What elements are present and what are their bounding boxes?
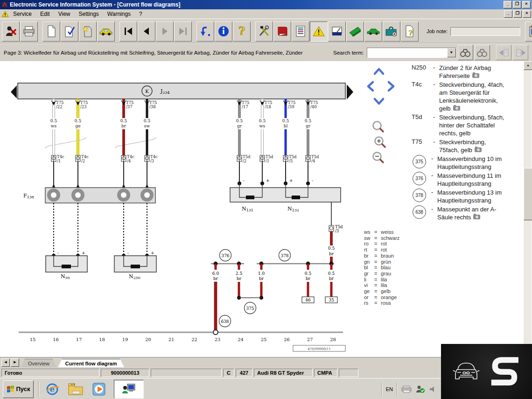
tray-volume-icon[interactable]: [429, 385, 436, 393]
legend-entry-t4c: T4c - Steckverbindung, 4fach, am Steuerg…: [412, 81, 523, 112]
info-button[interactable]: [215, 21, 232, 42]
tab-overview[interactable]: Overview: [21, 359, 57, 368]
component-list-button[interactable]: [292, 21, 309, 42]
menu-warnings[interactable]: Warnings: [103, 10, 135, 18]
status-empty: [151, 369, 222, 377]
print-button[interactable]: [20, 21, 38, 42]
document-star-button[interactable]: [79, 21, 97, 42]
pan-right-icon[interactable]: [389, 82, 393, 91]
terminal-box-46: 46: [305, 298, 311, 302]
camera-icon[interactable]: [473, 215, 480, 219]
menu-view[interactable]: View: [54, 10, 75, 18]
slipring-f138: F138: [23, 188, 155, 203]
camera-icon[interactable]: [472, 73, 479, 78]
wear-parts-button[interactable]: [346, 21, 364, 42]
tray-printer-icon[interactable]: [401, 385, 412, 393]
manual-button[interactable]: [273, 21, 291, 42]
last-page-icon: [178, 27, 188, 36]
first-page-button[interactable]: [119, 21, 137, 42]
toolbox-button[interactable]: [383, 21, 400, 42]
exit-button[interactable]: [2, 21, 20, 42]
close-button[interactable]: ×: [522, 1, 531, 8]
measurement-button[interactable]: [328, 21, 346, 42]
clipboard-button[interactable]: [525, 21, 532, 42]
tray-shield-icon[interactable]: [415, 385, 426, 393]
new-document-button[interactable]: [42, 21, 60, 42]
scrollbar-thumb[interactable]: [524, 168, 532, 220]
active-app-task-button[interactable]: [114, 380, 144, 399]
menu-help[interactable]: ?: [135, 10, 147, 18]
previous-page-button[interactable]: [138, 21, 155, 42]
search-button[interactable]: [458, 45, 473, 60]
internet-explorer-icon[interactable]: e: [44, 381, 61, 398]
bus-right-arrow-icon[interactable]: [347, 84, 353, 99]
scroll-up-icon[interactable]: ▲: [524, 61, 532, 70]
minimize-button[interactable]: _: [504, 1, 512, 8]
mdi-close-button[interactable]: ×: [523, 10, 531, 18]
pan-down-icon[interactable]: [375, 99, 383, 104]
zoom-fit-icon[interactable]: [373, 122, 384, 133]
camera-icon[interactable]: [475, 147, 482, 152]
maximize-button[interactable]: ❐: [513, 1, 521, 8]
svg-text:?: ?: [409, 29, 413, 37]
mdi-minimize-button[interactable]: _: [504, 10, 512, 18]
svg-text:19: 19: [122, 337, 128, 342]
language-indicator[interactable]: EN: [386, 386, 393, 392]
status-empty-2: [339, 369, 358, 377]
svg-text:2.5: 2.5: [236, 271, 243, 276]
combobox-dropdown-button[interactable]: ▼: [447, 48, 456, 57]
menu-settings[interactable]: Settings: [75, 10, 103, 18]
search-next-button[interactable]: [475, 45, 490, 60]
previous-result-button[interactable]: [496, 45, 511, 60]
next-result-button[interactable]: [513, 45, 528, 60]
pan-controls: [368, 69, 393, 104]
pan-up-icon[interactable]: [375, 69, 383, 74]
tab-scroll-left-icon[interactable]: ◀: [1, 358, 10, 367]
media-player-icon[interactable]: [91, 381, 107, 398]
help-button[interactable]: ?: [233, 21, 251, 42]
mdi-restore-button[interactable]: ❐: [513, 10, 522, 18]
next-page-button[interactable]: [156, 21, 174, 42]
job-note-input[interactable]: [450, 27, 520, 36]
search-input[interactable]: [367, 48, 447, 57]
svg-text:17: 17: [76, 337, 82, 342]
vehicle-button[interactable]: [97, 21, 115, 42]
file-explorer-icon[interactable]: [67, 381, 84, 398]
green-car-button[interactable]: [364, 21, 382, 42]
camera-icon[interactable]: [453, 106, 460, 111]
svg-text:/40: /40: [310, 105, 317, 109]
pan-left-icon[interactable]: [368, 82, 373, 91]
wire-t75-37: T75 /37 0.5 br: [119, 99, 134, 155]
toolbar: ? ? Job note:: [0, 19, 532, 43]
zoom-in-icon[interactable]: [375, 137, 386, 148]
svg-text:0.5: 0.5: [144, 119, 151, 123]
svg-text:/4: /4: [127, 159, 131, 163]
svg-text:0.5: 0.5: [236, 119, 243, 123]
info-icon: [217, 25, 230, 37]
svg-text:0.5: 0.5: [282, 119, 289, 123]
document-check-button[interactable]: [61, 21, 78, 42]
zoom-out-icon[interactable]: [373, 153, 384, 163]
page-description: Page 3: Wickelfeder für Airbag und Rücks…: [4, 50, 330, 56]
tab-current-flow-diagram[interactable]: Current flow diagram: [58, 359, 125, 368]
back-button[interactable]: [196, 21, 214, 42]
tab-scroll-right-icon[interactable]: ▶: [11, 358, 19, 367]
current-flow-button[interactable]: [310, 21, 328, 42]
tools-button[interactable]: [255, 21, 273, 42]
document-help-button[interactable]: ?: [401, 21, 419, 42]
menu-service[interactable]: Service: [9, 10, 36, 18]
svg-text:15: 15: [30, 337, 36, 342]
vertical-scrollbar[interactable]: ▲ ▼: [524, 61, 532, 357]
t4c-connectors: T4c/1 T4c/2 T4c/4 T4c/3: [51, 154, 158, 163]
svg-text:ws: ws: [259, 124, 266, 128]
search-combobox[interactable]: ▼: [367, 48, 456, 58]
start-button[interactable]: Пуск: [3, 380, 34, 398]
yellow-car-icon: [99, 26, 113, 36]
last-page-button[interactable]: [174, 21, 192, 42]
svg-text:-: -: [243, 178, 245, 183]
svg-text:/17: /17: [242, 105, 248, 109]
legend-entry-375: 375 - Masseverbindung 10 im Hauptleitung…: [412, 155, 523, 171]
svg-text:/5: /5: [289, 159, 293, 163]
bus-left-arrow-icon[interactable]: [11, 85, 17, 98]
menu-edit[interactable]: Edit: [36, 10, 54, 18]
